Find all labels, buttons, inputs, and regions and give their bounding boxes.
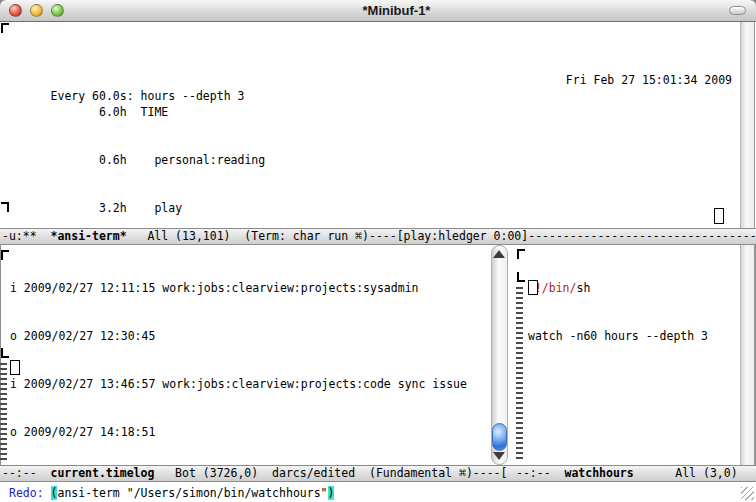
hours-report: 6.0h TIME 0.6h personal:reading 3.2h pla… xyxy=(9,72,265,228)
script-scrollbar-track[interactable] xyxy=(740,245,755,465)
timelog-entry: i 2009/02/27 12:11:15 work:jobs:clearvie… xyxy=(10,280,467,296)
toolbar-toggle-button[interactable] xyxy=(729,6,746,15)
modeline-status: All (13,101) (Term: char run ⌘)----[play… xyxy=(127,229,756,243)
script-command-line: watch -n60 hours --depth 3 xyxy=(528,328,708,344)
timelog-entry: i 2009/02/27 13:46:57 work:jobs:clearvie… xyxy=(10,376,467,392)
modeline-status: Bot (3726,0) darcs/edited (Fundamental ⌘… xyxy=(154,466,507,480)
report-line: 6.0h TIME xyxy=(9,104,265,120)
buffer-bottom-fringe-icon xyxy=(1,202,9,212)
terminal-cursor xyxy=(714,208,724,224)
buffer-top-fringe-icon xyxy=(1,23,9,33)
zoom-button-icon[interactable] xyxy=(51,4,64,17)
script-pane[interactable]: #!/bin/sh watch -n60 hours --depth 3 xyxy=(524,245,740,465)
minimize-button-icon[interactable] xyxy=(30,4,43,17)
modeline-buffer-name: watchhours xyxy=(564,466,633,480)
terminal-scrollbar-track[interactable] xyxy=(740,22,755,228)
modeline-status: All (3,0) xyxy=(634,466,738,480)
middle-split: i 2009/02/27 12:11:15 work:jobs:clearvie… xyxy=(0,245,756,465)
matching-close-paren: ) xyxy=(328,486,335,500)
empty-lines-fringe-icon xyxy=(0,363,7,462)
timelog-cursor xyxy=(10,360,20,375)
timelog-pane[interactable]: i 2009/02/27 12:11:15 work:jobs:clearvie… xyxy=(0,245,488,465)
shebang-interpreter: sh xyxy=(576,281,590,295)
modeline-ansi-term: -u:** *ansi-term* All (13,101) (Term: ch… xyxy=(0,228,756,245)
minibuffer[interactable]: Redo: (ansi-term "/Users/simon/bin/watch… xyxy=(0,482,756,502)
timelog-scrollbar[interactable] xyxy=(488,245,514,465)
buffer-top-fringe-icon xyxy=(1,250,9,260)
minibuffer-command: ansi-term "/Users/simon/bin/watchhours" xyxy=(57,486,327,500)
timelog-entries: i 2009/02/27 12:11:15 work:jobs:clearvie… xyxy=(10,248,467,465)
modeline-flags: -u:** xyxy=(2,229,50,243)
scroll-up-arrow-icon[interactable] xyxy=(493,250,505,258)
modeline-flags: --:-- xyxy=(2,466,50,480)
emacs-window: *Minibuf-1* Every 60.0s: hours --depth 3… xyxy=(0,0,756,502)
modeline-buffer-name: current.timelog xyxy=(50,466,154,480)
report-line: 0.6h personal:reading xyxy=(9,152,265,168)
script-lines: #!/bin/sh watch -n60 hours --depth 3 xyxy=(528,248,708,376)
buffer-end-fringe-icon xyxy=(1,348,9,358)
shebang-line: #!/bin/sh xyxy=(528,280,708,296)
window-title: *Minibuf-1* xyxy=(64,3,729,18)
title-bar[interactable]: *Minibuf-1* xyxy=(0,0,756,22)
empty-lines-fringe-icon xyxy=(516,287,523,462)
modeline-timelog: --:-- current.timelog Bot (3726,0) darcs… xyxy=(0,465,514,482)
script-cursor xyxy=(528,280,538,295)
watch-timestamp: Fri Feb 27 15:01:34 2009 xyxy=(566,72,732,88)
close-button-icon[interactable] xyxy=(9,4,22,17)
ansi-term-pane[interactable]: Every 60.0s: hours --depth 3 Fri Feb 27 … xyxy=(0,22,756,228)
window-controls xyxy=(9,4,64,17)
minibuffer-prompt: Redo: xyxy=(9,486,51,500)
modeline-watchhours: --:-- watchhours All (3,0) xyxy=(514,465,756,482)
scrollbar-thumb[interactable] xyxy=(492,423,507,451)
timelog-entry: o 2009/02/27 14:18:51 xyxy=(10,424,467,440)
modeline-flags: --:-- xyxy=(516,466,564,480)
scroll-down-arrow-icon[interactable] xyxy=(493,452,505,460)
resize-grip[interactable] xyxy=(741,487,754,500)
report-line: 3.2h play xyxy=(9,200,265,216)
timelog-entry: o 2009/02/27 12:30:45 xyxy=(10,328,467,344)
modeline-buffer-name: *ansi-term* xyxy=(50,229,126,243)
